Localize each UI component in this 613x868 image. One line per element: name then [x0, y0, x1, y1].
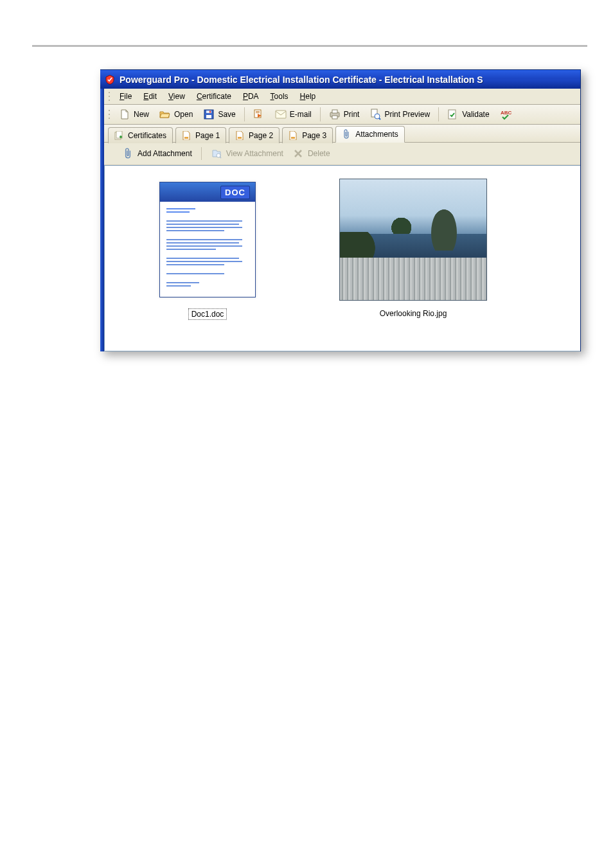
tab-bar: Certificates Page 1 Page 2: [104, 125, 580, 143]
tab-page3[interactable]: Page 3: [282, 127, 333, 143]
add-attachment-label: Add Attachment: [138, 149, 192, 158]
view-attachment-button[interactable]: View Attachment: [208, 146, 286, 161]
page-icon: [181, 130, 192, 141]
app-icon: [104, 74, 116, 85]
app-window: Powerguard Pro - Domestic Electrical Ins…: [100, 69, 581, 351]
attachments-pane: DOC: [104, 165, 580, 351]
menu-tools[interactable]: Tools: [265, 91, 294, 102]
menu-file[interactable]: File: [114, 91, 137, 102]
print-preview-label: Print Preview: [384, 110, 430, 119]
page-icon: [287, 130, 299, 141]
toolbar-grip: [108, 109, 111, 120]
tab-page2[interactable]: Page 2: [229, 127, 280, 143]
view-attachment-label: View Attachment: [226, 149, 283, 158]
toolbar-separator: [201, 147, 202, 160]
validate-label: Validate: [462, 110, 489, 119]
window-title: Powerguard Pro - Domestic Electrical Ins…: [120, 75, 576, 85]
export-button[interactable]: [249, 107, 269, 122]
validate-button[interactable]: Validate: [443, 107, 493, 122]
svg-point-18: [120, 136, 122, 138]
validate-icon: [447, 109, 459, 120]
svg-line-13: [379, 118, 380, 120]
page-divider: [32, 45, 587, 47]
paperclip-icon: [122, 148, 134, 159]
attachment-item[interactable]: Overlooking Rio.jpg: [330, 179, 497, 319]
tab-attachments-label: Attachments: [355, 130, 398, 139]
menu-view[interactable]: View: [163, 91, 190, 102]
printer-icon: [329, 109, 341, 120]
svg-rect-19: [184, 137, 188, 139]
doc-thumbnail: DOC: [159, 182, 256, 297]
attachment-filename: Doc1.doc: [188, 308, 227, 320]
doc-badge: DOC: [220, 186, 250, 199]
menu-edit[interactable]: Edit: [138, 91, 162, 102]
svg-rect-9: [332, 110, 337, 113]
print-preview-icon: [369, 109, 381, 120]
menu-certificate[interactable]: Certificate: [191, 91, 236, 102]
new-label: New: [134, 110, 149, 119]
open-button[interactable]: Open: [155, 107, 197, 122]
attachment-item[interactable]: DOC: [124, 179, 291, 320]
svg-rect-7: [276, 111, 286, 118]
new-icon: [119, 109, 130, 120]
svg-rect-10: [332, 116, 337, 119]
svg-point-12: [375, 114, 380, 119]
title-bar: Powerguard Pro - Domestic Electrical Ins…: [100, 70, 580, 89]
tab-certificates-label: Certificates: [128, 131, 166, 140]
spellcheck-button[interactable]: ABC: [495, 107, 516, 122]
svg-text:ABC: ABC: [501, 110, 511, 116]
attachment-filename: Overlooking Rio.jpg: [377, 308, 450, 319]
tab-certificates[interactable]: Certificates: [108, 127, 173, 143]
tab-page2-label: Page 2: [249, 131, 273, 140]
toolbar-separator: [320, 107, 321, 121]
print-label: Print: [344, 110, 360, 119]
svg-rect-5: [256, 111, 260, 112]
open-label: Open: [174, 110, 193, 119]
print-preview-button[interactable]: Print Preview: [365, 107, 434, 122]
main-toolbar: New Open Save: [104, 105, 580, 125]
delete-attachment-button[interactable]: Delete: [290, 146, 333, 161]
view-attachment-icon: [211, 148, 222, 159]
image-thumbnail: [339, 179, 487, 301]
floppy-icon: [203, 109, 215, 120]
toolbar-separator: [244, 107, 245, 121]
attachment-thumbnail: DOC: [134, 179, 281, 301]
svg-rect-2: [206, 115, 211, 118]
email-button[interactable]: E-mail: [271, 107, 316, 122]
tab-page1-label: Page 1: [195, 131, 220, 140]
certificates-icon: [113, 130, 125, 141]
delete-attachment-label: Delete: [308, 149, 330, 158]
paperclip-icon: [341, 128, 352, 140]
email-icon: [275, 109, 287, 120]
export-icon: [253, 109, 265, 120]
print-button[interactable]: Print: [324, 107, 364, 122]
attachments-toolbar: Add Attachment View Attachment Delete: [104, 143, 580, 165]
svg-line-23: [220, 157, 221, 158]
svg-rect-3: [209, 111, 211, 113]
svg-rect-21: [291, 137, 295, 139]
email-label: E-mail: [290, 110, 312, 119]
svg-rect-20: [238, 137, 242, 139]
save-button[interactable]: Save: [199, 107, 240, 122]
add-attachment-button[interactable]: Add Attachment: [120, 146, 195, 161]
svg-rect-6: [256, 112, 260, 113]
menu-help[interactable]: Help: [295, 91, 321, 102]
attachment-thumbnail: [339, 179, 487, 301]
new-button[interactable]: New: [114, 107, 154, 122]
spellcheck-icon: ABC: [500, 109, 511, 120]
toolbar-grip: [108, 91, 111, 102]
open-folder-icon: [159, 109, 171, 120]
menu-pda[interactable]: PDA: [238, 91, 264, 102]
tab-page1[interactable]: Page 1: [175, 127, 226, 143]
tab-attachments[interactable]: Attachments: [335, 126, 405, 143]
menu-bar: File Edit View Certificate PDA Tools Hel…: [104, 89, 580, 105]
svg-rect-14: [449, 110, 456, 119]
page-icon: [234, 130, 245, 141]
tab-page3-label: Page 3: [302, 131, 326, 140]
save-label: Save: [218, 110, 235, 119]
toolbar-separator: [438, 107, 439, 121]
delete-icon: [292, 148, 304, 159]
